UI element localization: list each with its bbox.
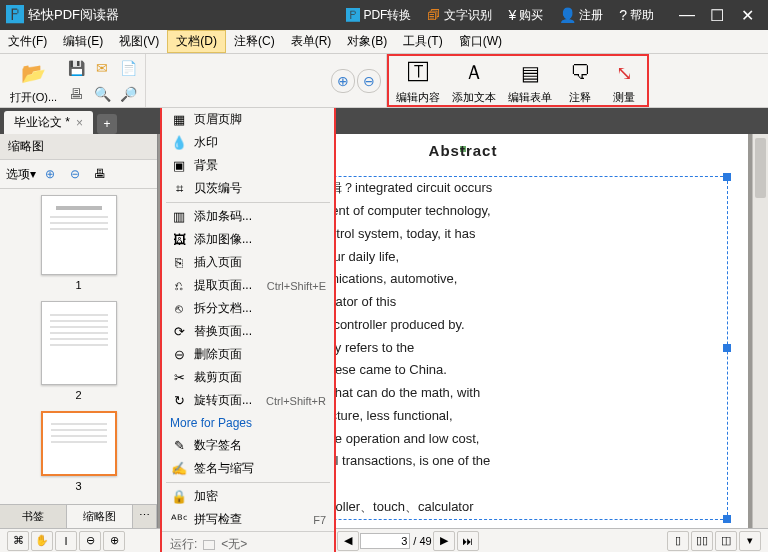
menu-item[interactable]: ✂裁剪页面 bbox=[162, 366, 334, 389]
menu-item[interactable]: ▣背景 bbox=[162, 154, 334, 177]
sidebar-options[interactable]: 选项▾ bbox=[6, 166, 36, 183]
titlebar-help[interactable]: ?帮助 bbox=[619, 7, 654, 24]
edit-tools-group: 🅃编辑内容 Ａ添加文本 ▤编辑表单 🗨注释 ⤡测量 bbox=[387, 54, 649, 107]
open-button[interactable]: 📂 打开(O)... bbox=[4, 55, 63, 107]
save-button[interactable]: 💾 bbox=[64, 56, 88, 80]
thumb-zoom-out[interactable]: ⊖ bbox=[64, 163, 86, 185]
folder-open-icon: 📂 bbox=[18, 57, 50, 89]
maximize-button[interactable]: ☐ bbox=[702, 6, 732, 25]
sb-view-single[interactable]: ▯ bbox=[667, 531, 689, 551]
menu-item[interactable]: ✎数字签名 bbox=[162, 434, 334, 457]
close-button[interactable]: ✕ bbox=[732, 6, 762, 25]
thumbnail-page[interactable] bbox=[41, 195, 117, 275]
sb-view-facing[interactable]: ◫ bbox=[715, 531, 737, 551]
titlebar-register[interactable]: 👤注册 bbox=[559, 7, 603, 24]
document-tab[interactable]: 毕业论文 * × bbox=[4, 111, 93, 134]
menu-item-icon: ⎋ bbox=[170, 301, 188, 317]
zoom-out-button[interactable]: ⊖ bbox=[357, 69, 381, 93]
menu-form[interactable]: 表单(R) bbox=[283, 30, 340, 53]
sb-options[interactable]: ⌘ bbox=[7, 531, 29, 551]
titlebar-buy[interactable]: ¥购买 bbox=[508, 7, 543, 24]
sidebar-tab-bookmarks[interactable]: 书签 bbox=[0, 505, 67, 528]
menu-item[interactable]: ᴬᴮᶜ拼写检查F7 bbox=[162, 508, 334, 531]
add-text-button[interactable]: Ａ添加文本 bbox=[446, 55, 502, 107]
sel-handle[interactable] bbox=[723, 344, 731, 352]
sb-next-page[interactable]: ▶ bbox=[433, 531, 455, 551]
sidebar-tab-more[interactable]: ⋯ bbox=[133, 505, 157, 528]
sb-view-more[interactable]: ▾ bbox=[739, 531, 761, 551]
page-sep: / bbox=[410, 535, 419, 547]
zoom-in-button[interactable]: ⊕ bbox=[331, 69, 355, 93]
menu-item[interactable]: 🔒加密 bbox=[162, 485, 334, 508]
menu-item-icon: ↻ bbox=[170, 393, 188, 409]
email-button[interactable]: ✉ bbox=[90, 56, 114, 80]
measure-button[interactable]: ⤡测量 bbox=[602, 55, 646, 107]
thumbnail-page-active[interactable] bbox=[41, 411, 117, 476]
vertical-scrollbar[interactable] bbox=[752, 134, 768, 528]
document-tabs: 毕业论文 * × + bbox=[0, 108, 768, 134]
sb-hand[interactable]: ✋ bbox=[31, 531, 53, 551]
menu-item[interactable]: ⟳替换页面... bbox=[162, 320, 334, 343]
menu-window[interactable]: 窗口(W) bbox=[451, 30, 510, 53]
menu-item[interactable]: ⎋拆分文档... bbox=[162, 297, 334, 320]
menu-item[interactable]: 🖼添加图像... bbox=[162, 228, 334, 251]
sb-zoom-in[interactable]: ⊕ bbox=[103, 531, 125, 551]
menu-tool[interactable]: 工具(T) bbox=[395, 30, 450, 53]
menu-item-label: 拆分文档... bbox=[194, 300, 326, 317]
scroll-thumb[interactable] bbox=[755, 138, 766, 198]
menu-item[interactable]: 💧水印 bbox=[162, 131, 334, 154]
titlebar-pdf-convert[interactable]: 🅿PDF转换 bbox=[346, 7, 411, 24]
titlebar-ocr[interactable]: 🗊文字识别 bbox=[427, 7, 492, 24]
measure-icon: ⤡ bbox=[608, 57, 640, 89]
menu-item-label: 贝茨编号 bbox=[194, 180, 326, 197]
page-number-input[interactable] bbox=[360, 533, 410, 549]
find-button[interactable]: 🔎 bbox=[116, 82, 140, 106]
menu-item-label: 插入页面 bbox=[194, 254, 326, 271]
sidebar-tools: 选项▾ ⊕ ⊖ 🖶 bbox=[0, 160, 157, 189]
edit-form-button[interactable]: ▤编辑表单 bbox=[502, 55, 558, 107]
add-text-icon: Ａ bbox=[458, 57, 490, 89]
menu-item[interactable]: ⊖删除页面 bbox=[162, 343, 334, 366]
menu-item[interactable]: ▦页眉页脚 bbox=[162, 108, 334, 131]
menu-item[interactable]: ⌗贝茨编号 bbox=[162, 177, 334, 200]
sel-handle[interactable] bbox=[723, 515, 731, 523]
sb-zoom-out[interactable]: ⊖ bbox=[79, 531, 101, 551]
menu-item-icon: ᴬᴮᶜ bbox=[170, 512, 188, 528]
menu-edit[interactable]: 编辑(E) bbox=[55, 30, 111, 53]
search-button[interactable]: 🔍 bbox=[90, 82, 114, 106]
menu-document[interactable]: 文档(D) bbox=[167, 30, 226, 53]
edit-content-button[interactable]: 🅃编辑内容 bbox=[390, 55, 446, 107]
menu-item-label: 拼写检查 bbox=[194, 511, 313, 528]
menu-item[interactable]: ▥添加条码... bbox=[162, 205, 334, 228]
thumb-print[interactable]: 🖶 bbox=[89, 163, 111, 185]
print-button[interactable]: 🖶 bbox=[64, 82, 88, 106]
menu-item[interactable]: ⎌提取页面...Ctrl+Shift+E bbox=[162, 274, 334, 297]
sb-view-continuous[interactable]: ▯▯ bbox=[691, 531, 713, 551]
sb-prev-page[interactable]: ◀ bbox=[337, 531, 359, 551]
sidebar-title: 缩略图 bbox=[0, 134, 157, 160]
new-doc-button[interactable]: 📄 bbox=[116, 56, 140, 80]
sidebar-tab-thumbnails[interactable]: 缩略图 bbox=[67, 505, 134, 528]
menu-item-icon: 🖼 bbox=[170, 232, 188, 248]
minimize-button[interactable]: — bbox=[672, 6, 702, 25]
tab-close-icon[interactable]: × bbox=[76, 116, 83, 130]
menu-object[interactable]: 对象(B) bbox=[339, 30, 395, 53]
menu-comment[interactable]: 注释(C) bbox=[226, 30, 283, 53]
menu-view[interactable]: 视图(V) bbox=[111, 30, 167, 53]
menu-item[interactable]: ✍签名与缩写 bbox=[162, 457, 334, 480]
sb-last-page[interactable]: ⏭ bbox=[457, 531, 479, 551]
thumbnail-page[interactable] bbox=[41, 301, 117, 385]
sb-select[interactable]: I bbox=[55, 531, 77, 551]
menu-item[interactable]: ⎘插入页面 bbox=[162, 251, 334, 274]
menu-file[interactable]: 文件(F) bbox=[0, 30, 55, 53]
dd-section-header: More for Pages bbox=[162, 412, 334, 434]
menu-item-icon: ✍ bbox=[170, 461, 188, 477]
menu-item-label: 提取页面... bbox=[194, 277, 267, 294]
ocr-icon: 🗊 bbox=[427, 7, 441, 23]
annotate-button[interactable]: 🗨注释 bbox=[558, 55, 602, 107]
sel-handle[interactable] bbox=[723, 173, 731, 181]
menu-item-label: 添加条码... bbox=[194, 208, 326, 225]
thumb-zoom-in[interactable]: ⊕ bbox=[39, 163, 61, 185]
menu-item[interactable]: ↻旋转页面...Ctrl+Shift+R bbox=[162, 389, 334, 412]
tab-add-button[interactable]: + bbox=[97, 114, 117, 134]
